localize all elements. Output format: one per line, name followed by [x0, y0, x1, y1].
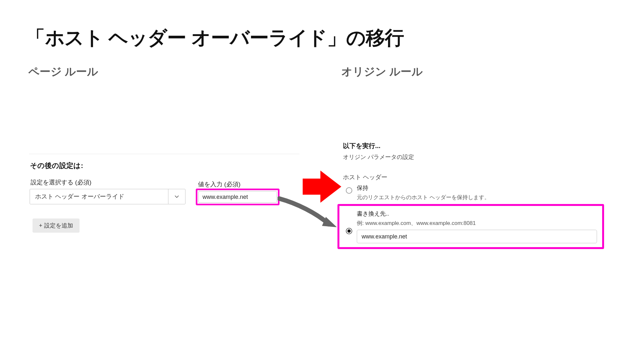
- add-setting-button[interactable]: + 設定を追加: [33, 218, 80, 233]
- value-input[interactable]: www.example.net: [198, 191, 277, 203]
- origin-params-label: オリジン パラメータの設定: [343, 153, 414, 161]
- setting-select-label: 設定を選択する (必須): [31, 178, 91, 187]
- slide: 「ホスト ヘッダー オーバーライド」の移行 ページ ルール オリジン ルール そ…: [0, 0, 644, 362]
- right-column-title: オリジン ルール: [341, 64, 423, 79]
- rewrite-example: 例: www.example.com、www.example.com:8081: [357, 219, 476, 227]
- left-column-title: ページ ルール: [28, 64, 98, 79]
- keep-radio[interactable]: [346, 187, 352, 194]
- setting-select-value: ホスト ヘッダー オーバーライド: [30, 192, 168, 201]
- rewrite-radio[interactable]: [346, 228, 352, 234]
- rewrite-input[interactable]: www.example.net: [357, 230, 597, 243]
- right-arrow-icon: [303, 169, 341, 204]
- divider: [29, 154, 299, 154]
- setting-select[interactable]: ホスト ヘッダー オーバーライド: [30, 189, 185, 204]
- chevron-down-icon[interactable]: [168, 189, 185, 204]
- value-input-label: 値を入力 (必須): [198, 180, 241, 189]
- then-settings-label: その後の設定は:: [30, 161, 83, 171]
- run-label: 以下を実行...: [343, 142, 381, 150]
- keep-sub-label: 元のリクエストからのホスト ヘッダーを保持します。: [357, 194, 490, 201]
- value-input-highlight: www.example.net: [196, 189, 279, 205]
- host-header-label: ホスト ヘッダー: [343, 173, 387, 181]
- page-title: 「ホスト ヘッダー オーバーライド」の移行: [26, 25, 404, 51]
- keep-label: 保持: [357, 184, 368, 192]
- rewrite-label: 書き換え先..: [357, 210, 389, 218]
